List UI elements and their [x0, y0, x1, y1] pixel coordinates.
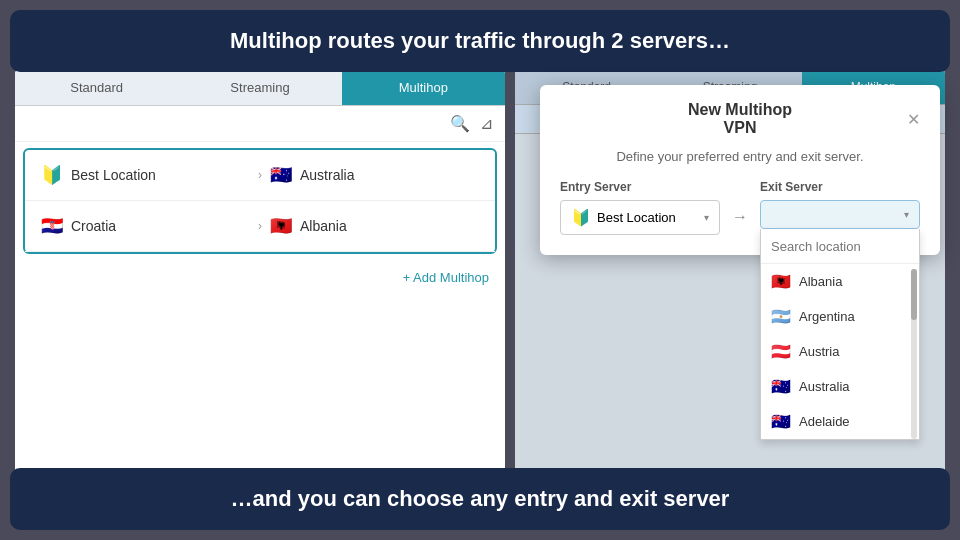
dropdown-search-input[interactable]	[771, 239, 909, 254]
dropdown-item-austria[interactable]: 🇦🇹 Austria	[761, 334, 919, 369]
filter-icon[interactable]: ⊿	[480, 114, 493, 133]
modal-close-button[interactable]: ✕	[907, 111, 920, 128]
search-icon[interactable]: 🔍	[450, 114, 470, 133]
exit-server-selector[interactable]: ▾	[760, 200, 920, 229]
entry-server-icon: 🔰	[571, 208, 591, 227]
albania-flag-icon: 🇦🇱	[270, 215, 292, 237]
left-tab-bar: Standard Streaming Multihop	[15, 70, 505, 106]
entry-server-label: Entry Server	[560, 180, 720, 194]
arrow-icon-2: ›	[258, 219, 262, 233]
entry-server-selector[interactable]: 🔰 Best Location ▾	[560, 200, 720, 235]
dropdown-item-adelaide[interactable]: 🇦🇺 Adelaide	[761, 404, 919, 439]
argentina-dropdown-flag: 🇦🇷	[771, 307, 791, 326]
adelaide-dropdown-flag: 🇦🇺	[771, 412, 791, 431]
arrow-between-icon: →	[732, 208, 748, 226]
entry-server-value: Best Location	[597, 210, 676, 225]
dropdown-item-argentina[interactable]: 🇦🇷 Argentina	[761, 299, 919, 334]
entry-croatia-name: Croatia	[71, 218, 116, 234]
australia-flag-icon: 🇦🇺	[270, 164, 292, 186]
australia-dropdown-flag: 🇦🇺	[771, 377, 791, 396]
server-selectors: Entry Server 🔰 Best Location ▾ → Exit Se…	[560, 180, 920, 235]
austria-dropdown-flag: 🇦🇹	[771, 342, 791, 361]
left-vpn-panel: Standard Streaming Multihop 🔍 ⊿ 🔰 Best L…	[15, 70, 505, 475]
dropdown-search-area	[761, 229, 919, 264]
exit-server-australia: 🇦🇺 Australia	[270, 164, 479, 186]
arrow-icon: ›	[258, 168, 262, 182]
exit-server-group: Exit Server ▾ 🇦🇱 Albania 🇦🇷	[760, 180, 920, 229]
exit-server-dropdown: 🇦🇱 Albania 🇦🇷 Argentina 🇦🇹 Austria 🇦🇺 Au…	[760, 229, 920, 440]
server-row-2[interactable]: 🇭🇷 Croatia › 🇦🇱 Albania	[25, 201, 495, 252]
dropdown-scrollbar-thumb	[911, 269, 917, 320]
exit-albania-name: Albania	[300, 218, 347, 234]
dropdown-item-australia[interactable]: 🇦🇺 Australia	[761, 369, 919, 404]
bottom-banner: …and you can choose any entry and exit s…	[10, 468, 950, 530]
entry-server-name: Best Location	[71, 167, 156, 183]
dropdown-scrollbar[interactable]	[911, 269, 917, 439]
modal-subtitle: Define your preferred entry and exit ser…	[540, 145, 940, 180]
exit-server-label: Exit Server	[760, 180, 920, 194]
exit-server-name: Australia	[300, 167, 354, 183]
entry-server-croatia: 🇭🇷 Croatia	[41, 215, 250, 237]
modal-body: Entry Server 🔰 Best Location ▾ → Exit Se…	[540, 180, 940, 255]
top-banner: Multihop routes your traffic through 2 s…	[10, 10, 950, 72]
left-tab-streaming[interactable]: Streaming	[178, 70, 341, 105]
croatia-flag-icon: 🇭🇷	[41, 215, 63, 237]
new-multihop-modal: New Multihop VPN ✕ Define your preferred…	[540, 85, 940, 255]
left-toolbar: 🔍 ⊿	[15, 106, 505, 142]
entry-chevron-icon: ▾	[704, 212, 709, 223]
server-row-1[interactable]: 🔰 Best Location › 🇦🇺 Australia	[25, 150, 495, 201]
exit-server-albania: 🇦🇱 Albania	[270, 215, 479, 237]
left-tab-standard[interactable]: Standard	[15, 70, 178, 105]
exit-chevron-icon: ▾	[904, 209, 909, 220]
bottom-banner-text: …and you can choose any entry and exit s…	[231, 486, 730, 511]
left-tab-multihop[interactable]: Multihop	[342, 70, 505, 105]
modal-title: New Multihop VPN	[680, 101, 800, 137]
albania-dropdown-flag: 🇦🇱	[771, 272, 791, 291]
entry-server-group: Entry Server 🔰 Best Location ▾	[560, 180, 720, 235]
dropdown-item-albania[interactable]: 🇦🇱 Albania	[761, 264, 919, 299]
add-multihop-link[interactable]: + Add Multihop	[15, 260, 505, 295]
top-banner-text: Multihop routes your traffic through 2 s…	[230, 28, 730, 53]
modal-header: New Multihop VPN ✕	[540, 85, 940, 145]
best-location-icon: 🔰	[41, 164, 63, 186]
entry-server-best-location: 🔰 Best Location	[41, 164, 250, 186]
